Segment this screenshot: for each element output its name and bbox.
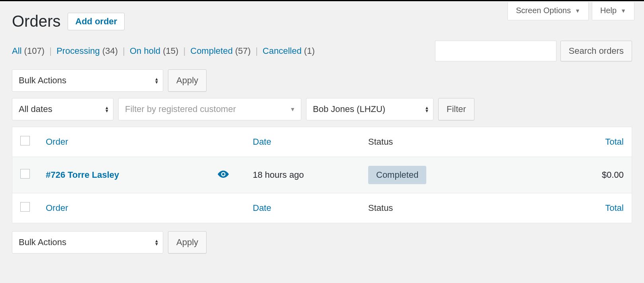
select-updown-icon: ▲▼ [154,77,159,84]
orders-table: Order Date Status Total #726 Torre Lasle… [12,127,632,223]
col-date[interactable]: Date [253,137,271,147]
chevron-down-icon: ▼ [290,106,295,112]
customer-filter-select[interactable]: Filter by registered customer ▼ [118,98,301,120]
filter-all-count: (107) [24,46,45,56]
filter-cancelled[interactable]: Cancelled [263,46,302,56]
chevron-down-icon: ▼ [575,8,580,14]
col-total-footer[interactable]: Total [605,203,624,213]
bulk-actions-label-bottom: Bulk Actions [19,237,66,248]
bulk-actions-select-bottom[interactable]: Bulk Actions ▲▼ [12,231,163,254]
bulk-actions-select[interactable]: Bulk Actions ▲▼ [12,69,163,92]
filter-completed[interactable]: Completed [190,46,232,56]
col-date-footer[interactable]: Date [253,203,271,213]
status-filter-list: All (107) | Processing (34) | On hold (1… [12,46,315,56]
search-input[interactable] [435,41,556,61]
filter-processing-count: (34) [102,46,118,56]
help-tab[interactable]: Help ▼ [592,2,634,20]
client-filter-label: Bob Jones (LHZU) [313,104,385,114]
help-label: Help [600,6,617,15]
filter-onhold-count: (15) [163,46,178,56]
filter-all[interactable]: All [12,46,21,56]
select-all-checkbox-footer[interactable] [20,202,30,212]
select-updown-icon: ▲▼ [425,106,429,112]
filter-button[interactable]: Filter [438,98,474,120]
row-checkbox[interactable] [20,169,30,179]
chevron-down-icon: ▼ [621,8,626,14]
preview-eye-icon[interactable] [218,170,229,180]
select-updown-icon: ▲▼ [154,239,159,246]
filter-processing[interactable]: Processing [57,46,100,56]
screen-options-tab[interactable]: Screen Options ▼ [507,2,589,20]
svg-point-0 [222,173,224,175]
col-order-footer[interactable]: Order [46,203,68,213]
search-button[interactable]: Search orders [560,41,632,61]
apply-bulk-button-bottom[interactable]: Apply [168,231,207,254]
client-filter-select[interactable]: Bob Jones (LHZU) ▲▼ [306,98,433,120]
page-title: Orders [12,12,60,30]
select-updown-icon: ▲▼ [105,106,109,112]
col-status-footer: Status [368,203,393,213]
select-all-checkbox[interactable] [20,136,30,145]
filter-completed-count: (57) [235,46,251,56]
col-order[interactable]: Order [46,137,68,147]
date-filter-label: All dates [19,104,52,114]
order-link[interactable]: #726 Torre Lasley [46,170,119,180]
col-status: Status [368,137,393,147]
add-order-button[interactable]: Add order [68,13,125,30]
apply-bulk-button[interactable]: Apply [168,69,207,92]
filter-onhold[interactable]: On hold [130,46,160,56]
status-badge: Completed [368,166,426,184]
screen-options-label: Screen Options [516,6,571,15]
bulk-actions-label: Bulk Actions [19,75,66,86]
table-row[interactable]: #726 Torre Lasley 18 hours ago Completed… [12,157,632,193]
col-total[interactable]: Total [605,137,624,147]
filter-cancelled-count: (1) [304,46,315,56]
order-date: 18 hours ago [253,170,304,180]
customer-filter-placeholder: Filter by registered customer [125,104,236,114]
date-filter-select[interactable]: All dates ▲▼ [12,98,113,120]
order-total: $0.00 [602,170,624,180]
